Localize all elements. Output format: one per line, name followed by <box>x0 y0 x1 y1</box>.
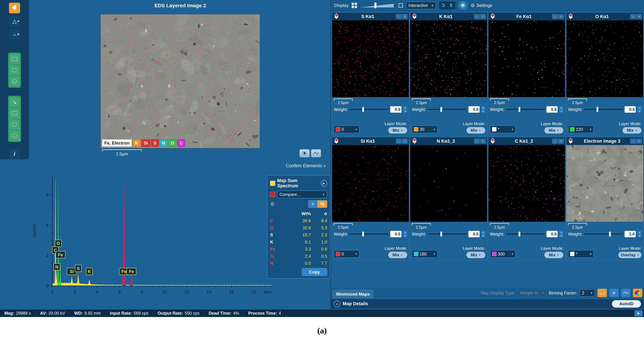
map-image[interactable] <box>410 20 487 97</box>
weight-value[interactable]: 0.5 <box>390 106 402 113</box>
spin-up-icon[interactable]: ▲ <box>559 231 563 234</box>
spin-down-icon[interactable]: ▼ <box>403 110 407 113</box>
eds-layered-image-canvas[interactable] <box>100 14 260 148</box>
contrast-icon-a[interactable]: Ɔ <box>439 1 447 9</box>
close-map-button[interactable]: × <box>480 139 486 143</box>
weight-slider-knob[interactable] <box>362 107 364 112</box>
export-map-button[interactable]: ↓ <box>552 139 558 143</box>
weight-slider[interactable] <box>428 107 466 112</box>
spin-up-icon[interactable]: ▲ <box>638 106 642 109</box>
spin-down-icon[interactable]: ▼ <box>481 234 485 237</box>
gamma-curve-button[interactable] <box>311 149 321 157</box>
color-dropdown[interactable]: 0 ▼ <box>334 250 360 258</box>
export-map-button[interactable]: ↓ <box>630 139 636 143</box>
curve-button[interactable] <box>621 289 630 297</box>
pan-tool[interactable] <box>9 3 20 13</box>
spin-down-icon[interactable]: ▼ <box>481 110 485 113</box>
map-image[interactable] <box>488 20 565 97</box>
color-dropdown[interactable]: * ▼ <box>490 125 516 133</box>
weight-slider-knob[interactable] <box>362 232 364 237</box>
export-map-button[interactable]: ↓ <box>630 14 636 19</box>
layer-mode-dropdown[interactable]: Mix▼ <box>544 252 563 258</box>
spin-down-icon[interactable]: ▼ <box>638 234 642 237</box>
brightness-button[interactable] <box>458 1 468 9</box>
contrast-icon-b[interactable]: € <box>447 1 455 9</box>
compare-dropdown[interactable]: Compare... ▼ <box>277 191 327 198</box>
weight-slider[interactable] <box>584 231 623 237</box>
spin-up-icon[interactable]: ▲ <box>403 231 407 234</box>
info-button[interactable]: i <box>9 149 20 159</box>
percent-view-toggle[interactable]: % <box>318 200 327 208</box>
color-dropdown[interactable]: * ▼ <box>568 250 594 258</box>
settings-button[interactable]: ⚙ Settings <box>470 3 492 8</box>
export-map-button[interactable]: ↓ <box>474 139 480 143</box>
close-map-button[interactable]: × <box>480 14 486 19</box>
expand-icon[interactable]: ▲ <box>334 301 340 307</box>
weight-slider-knob[interactable] <box>440 232 442 237</box>
weight-spinner[interactable]: ▲▼ <box>403 231 407 237</box>
measure-tool[interactable]: ↔▶ <box>9 29 20 39</box>
weight-slider[interactable] <box>350 107 388 112</box>
map-image[interactable] <box>566 145 643 222</box>
layer-mode-dropdown[interactable]: Mix▼ <box>544 127 563 134</box>
weight-value[interactable]: 0.5 <box>546 106 558 113</box>
autoid-button[interactable]: AutoID <box>612 300 641 308</box>
element-chip[interactable]: S <box>151 139 159 147</box>
close-map-button[interactable]: × <box>402 14 408 19</box>
weight-value[interactable]: 0.5 <box>468 231 480 237</box>
close-map-button[interactable]: × <box>636 139 642 143</box>
eds-layered-image[interactable]: Fe, ElectronKSiSNOC <box>100 14 260 148</box>
layers-icon[interactable] <box>412 14 418 19</box>
layers-icon[interactable] <box>568 14 574 19</box>
spin-down-icon[interactable]: ▼ <box>559 110 563 113</box>
layers-icon[interactable] <box>490 14 496 19</box>
minimized-maps-tab[interactable]: Minimized Maps <box>332 290 374 299</box>
spin-down-icon[interactable]: ▼ <box>638 110 642 113</box>
weight-spinner[interactable]: ▲▼ <box>559 106 563 113</box>
weight-slider-knob[interactable] <box>518 107 520 112</box>
element-chip[interactable]: O <box>168 139 176 147</box>
scroll-right-button[interactable]: ▶ <box>634 310 643 316</box>
color-dropdown[interactable]: 120 ▼ <box>568 125 594 133</box>
spin-up-icon[interactable]: ▲ <box>403 106 407 109</box>
close-map-button[interactable]: × <box>558 14 564 19</box>
element-chip[interactable]: K <box>133 139 140 147</box>
interactive-mode-dropdown[interactable]: Interactive ▼ <box>406 1 436 9</box>
close-map-button[interactable]: × <box>558 139 564 143</box>
play-button[interactable]: ▶ <box>321 180 327 187</box>
weight-slider[interactable] <box>350 231 388 237</box>
palette-button[interactable] <box>633 289 642 297</box>
color-dropdown[interactable]: 300 ▼ <box>490 250 516 258</box>
weight-slider[interactable] <box>428 231 466 237</box>
brightness-contrast-button[interactable] <box>300 149 310 157</box>
spin-down-icon[interactable]: ▼ <box>403 234 407 237</box>
map-image[interactable] <box>332 145 409 222</box>
color-dropdown[interactable]: 30 ▼ <box>412 125 438 133</box>
weight-spinner[interactable]: ▲▼ <box>559 231 563 237</box>
layer-mode-dropdown[interactable]: Mix▼ <box>388 127 407 134</box>
spectrum-chart[interactable]: 0246810121416180246keVcps/eVCOFeNSiSKFeF… <box>25 170 278 299</box>
scalebar-toggle-button[interactable] <box>598 289 607 297</box>
layers-icon[interactable] <box>334 138 340 144</box>
element-chip[interactable]: C <box>178 139 185 147</box>
layers-icon[interactable] <box>568 138 574 144</box>
spin-up-icon[interactable]: ▲ <box>481 231 485 234</box>
weight-spinner[interactable]: ▲▼ <box>481 106 485 113</box>
point-analysis-tool[interactable]: ↘ <box>10 97 20 107</box>
ellipse-region-tool[interactable] <box>10 65 20 75</box>
layers-icon[interactable] <box>490 138 496 144</box>
layer-mode-dropdown[interactable]: Mix▼ <box>466 127 485 134</box>
spin-up-icon[interactable]: ▲ <box>638 231 642 234</box>
weight-slider[interactable] <box>506 231 545 237</box>
thumbnail-size-slider[interactable] <box>360 2 396 8</box>
element-chip[interactable]: Si <box>142 139 150 147</box>
map-image[interactable] <box>332 20 409 97</box>
map-image[interactable] <box>410 145 487 222</box>
spin-up-icon[interactable]: ▲ <box>559 106 563 109</box>
copy-button[interactable]: Copy <box>302 268 327 276</box>
confirm-elements-link[interactable]: Confirm Elements » <box>245 163 326 168</box>
close-map-button[interactable]: × <box>402 139 408 143</box>
color-dropdown[interactable]: 180 ▼ <box>412 250 438 258</box>
layer-mode-dropdown[interactable]: Mix▼ <box>622 127 642 134</box>
color-dropdown[interactable]: 0 ▼ <box>334 125 360 133</box>
